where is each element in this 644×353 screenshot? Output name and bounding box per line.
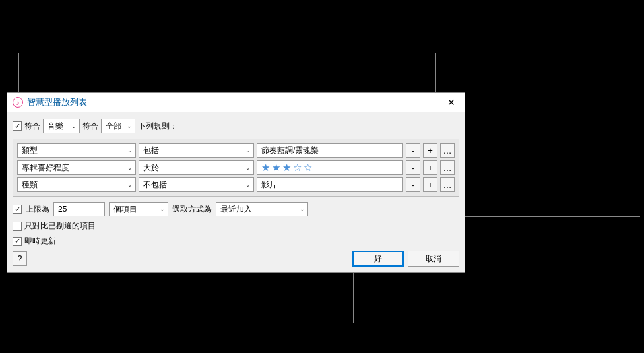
- more-rule-button[interactable]: …: [440, 160, 455, 175]
- star-icon: ★: [282, 162, 292, 174]
- rule-value-input[interactable]: [257, 143, 403, 158]
- match-label-suffix: 下列規則：: [138, 121, 177, 132]
- chevron-down-icon: ⌄: [71, 123, 77, 129]
- limit-value-input[interactable]: [53, 202, 105, 216]
- limit-unit-select[interactable]: 個項目 ⌄: [109, 202, 168, 216]
- match-label-prefix: 符合: [24, 121, 40, 132]
- star-icon: ★: [272, 162, 282, 174]
- callout-line: [11, 284, 11, 323]
- star-outline-icon: ☆: [293, 162, 303, 174]
- add-rule-button[interactable]: +: [423, 143, 437, 158]
- dialog-content: 符合 音樂 ⌄ 符合 全部 ⌄ 下列規則： 類型 ⌄ 包括 ⌄: [7, 112, 465, 272]
- rule-operator-select[interactable]: 包括 ⌄: [139, 143, 254, 158]
- rule-operator-value: 不包括: [143, 179, 167, 191]
- match-mode-select[interactable]: 全部 ⌄: [101, 119, 135, 133]
- selected-by-value: 最近加入: [220, 204, 252, 215]
- ok-button[interactable]: 好: [352, 251, 404, 267]
- music-app-icon: ♪: [13, 97, 23, 108]
- smart-playlist-dialog: ♪ 智慧型播放列表 ✕ 符合 音樂 ⌄ 符合 全部 ⌄ 下列規則：: [7, 92, 465, 273]
- rule-field-select[interactable]: 專輯喜好程度 ⌄: [17, 160, 136, 175]
- star-outline-icon: ☆: [304, 162, 313, 174]
- rule-field-value: 類型: [22, 145, 38, 156]
- titlebar: ♪ 智慧型播放列表 ✕: [7, 93, 465, 112]
- live-update-label: 即時更新: [24, 236, 56, 247]
- rule-row: 種類 ⌄ 不包括 ⌄ - + …: [17, 177, 455, 192]
- remove-rule-button[interactable]: -: [406, 143, 420, 158]
- rule-value-stars[interactable]: ★ ★ ★ ☆ ☆: [257, 160, 403, 175]
- window-title: 智慧型播放列表: [27, 96, 87, 108]
- add-rule-button[interactable]: +: [423, 160, 437, 175]
- more-rule-button[interactable]: …: [440, 177, 455, 192]
- callout-line: [18, 53, 19, 92]
- titlebar-left: ♪ 智慧型播放列表: [13, 96, 87, 108]
- rule-field-select[interactable]: 種類 ⌄: [17, 177, 136, 192]
- cancel-button[interactable]: 取消: [408, 251, 459, 267]
- limit-unit-value: 個項目: [113, 204, 137, 215]
- more-rule-button[interactable]: …: [440, 143, 455, 158]
- match-only-checked-label: 只對比已剔選的項目: [24, 220, 96, 232]
- match-checkbox[interactable]: [13, 121, 22, 131]
- chevron-down-icon: ⌄: [245, 147, 251, 154]
- rule-operator-value: 大於: [143, 162, 159, 174]
- match-condition-row: 符合 音樂 ⌄ 符合 全部 ⌄ 下列規則：: [13, 119, 459, 133]
- chevron-down-icon: ⌄: [127, 181, 133, 188]
- live-update-row: 即時更新: [13, 236, 459, 247]
- rule-value-input[interactable]: [257, 177, 403, 192]
- remove-rule-button[interactable]: -: [406, 177, 420, 192]
- limit-checkbox[interactable]: [13, 205, 22, 214]
- rule-operator-value: 包括: [143, 145, 159, 156]
- rule-row: 專輯喜好程度 ⌄ 大於 ⌄ ★ ★ ★ ☆ ☆ - + …: [17, 160, 455, 175]
- rule-field-value: 專輯喜好程度: [22, 162, 69, 174]
- chevron-down-icon: ⌄: [127, 147, 133, 154]
- match-label-mid: 符合: [82, 121, 98, 132]
- match-source-value: 音樂: [48, 121, 63, 132]
- chevron-down-icon: ⌄: [127, 164, 133, 171]
- rule-operator-select[interactable]: 不包括 ⌄: [139, 177, 254, 192]
- chevron-down-icon: ⌄: [245, 164, 251, 171]
- match-mode-value: 全部: [106, 121, 121, 132]
- dialog-bottom-row: ? 好 取消: [13, 251, 459, 267]
- rules-panel: 類型 ⌄ 包括 ⌄ - + … 專輯喜好程度 ⌄ 大於: [13, 139, 459, 197]
- add-rule-button[interactable]: +: [423, 177, 437, 192]
- rule-operator-select[interactable]: 大於 ⌄: [139, 160, 254, 175]
- help-button[interactable]: ?: [13, 251, 27, 266]
- remove-rule-button[interactable]: -: [406, 160, 420, 175]
- chevron-down-icon: ⌄: [160, 206, 165, 212]
- limit-row: 上限為 個項目 ⌄ 選取方式為 最近加入 ⌄: [13, 202, 459, 216]
- rule-row: 類型 ⌄ 包括 ⌄ - + …: [17, 143, 455, 158]
- close-icon: ✕: [447, 97, 455, 108]
- star-icon: ★: [261, 162, 271, 174]
- selected-by-select[interactable]: 最近加入 ⌄: [216, 202, 308, 216]
- chevron-down-icon: ⌄: [127, 123, 132, 129]
- live-update-checkbox[interactable]: [13, 237, 22, 246]
- chevron-down-icon: ⌄: [300, 206, 305, 212]
- match-source-select[interactable]: 音樂 ⌄: [43, 119, 80, 133]
- close-button[interactable]: ✕: [443, 96, 459, 109]
- rule-field-value: 種類: [22, 179, 38, 191]
- match-only-checked-row: 只對比已剔選的項目: [13, 220, 459, 232]
- match-only-checked-checkbox[interactable]: [13, 222, 22, 231]
- limit-label: 上限為: [26, 204, 49, 215]
- chevron-down-icon: ⌄: [245, 181, 251, 188]
- selected-by-label: 選取方式為: [172, 204, 212, 215]
- rule-field-select[interactable]: 類型 ⌄: [17, 143, 136, 158]
